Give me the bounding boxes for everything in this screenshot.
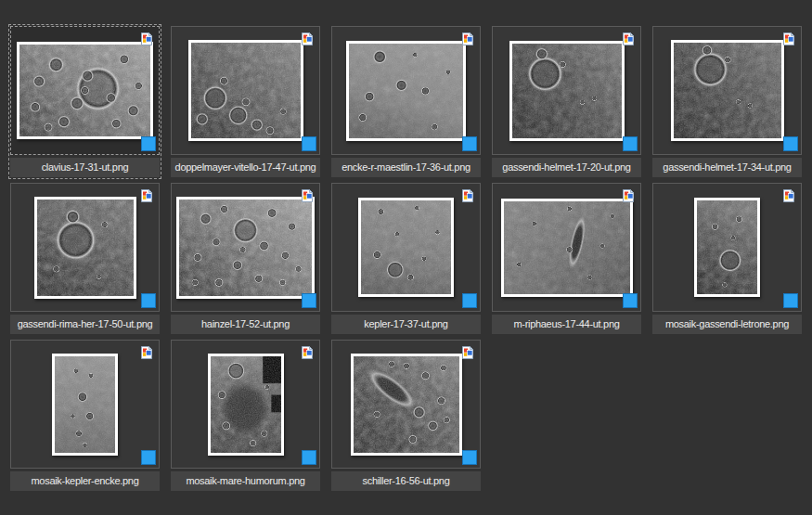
- blue-square-tag-icon: [141, 136, 156, 151]
- image-file-type-icon: [139, 188, 154, 203]
- blue-square-tag-icon: [302, 293, 316, 308]
- thumbnail-cell[interactable]: [10, 183, 160, 312]
- thumbnail-image[interactable]: [501, 199, 633, 297]
- file-tile[interactable]: mosaik-gassendi-letrone.png: [652, 183, 802, 334]
- image-file-type-icon: [621, 188, 636, 203]
- filename-label: hainzel-17-52-ut.png: [171, 315, 320, 334]
- filename-label: gassendi-helmet-17-34-ut.png: [652, 158, 802, 177]
- file-tile[interactable]: m-riphaeus-17-44-ut.png: [492, 183, 641, 334]
- blue-square-tag-icon: [783, 136, 798, 151]
- filename-label: gassendi-rima-her-17-50-ut.png: [10, 315, 160, 334]
- blue-square-tag-icon: [302, 136, 316, 151]
- blue-square-tag-icon: [623, 293, 638, 308]
- blue-square-tag-icon: [623, 136, 638, 151]
- thumbnail-cell[interactable]: [171, 340, 320, 469]
- file-grid: clavius-17-31-ut.png doppelmayer-vitello…: [0, 0, 812, 515]
- filename-label: encke-r-maestlin-17-36-ut.png: [331, 158, 481, 177]
- blue-square-tag-icon: [141, 293, 156, 308]
- thumbnail-image[interactable]: [52, 354, 118, 456]
- thumbnail-cell[interactable]: [652, 26, 802, 155]
- thumbnail-image[interactable]: [694, 198, 760, 297]
- thumbnail-cell[interactable]: [492, 183, 641, 312]
- filename-label: kepler-17-37-ut.png: [331, 315, 481, 334]
- image-file-type-icon: [460, 32, 475, 46]
- blue-square-tag-icon: [462, 293, 477, 308]
- blue-square-tag-icon: [462, 136, 477, 151]
- image-file-type-icon: [300, 345, 315, 360]
- file-tile[interactable]: kepler-17-37-ut.png: [331, 183, 481, 334]
- file-tile[interactable]: clavius-17-31-ut.png: [10, 26, 160, 177]
- image-file-type-icon: [300, 32, 315, 46]
- thumbnail-image[interactable]: [346, 41, 466, 141]
- thumbnail-image[interactable]: [509, 41, 625, 141]
- file-tile[interactable]: gassendi-helmet-17-34-ut.png: [652, 26, 802, 177]
- filename-label: schiller-16-56-ut.png: [331, 471, 481, 491]
- file-tile[interactable]: schiller-16-56-ut.png: [331, 340, 481, 491]
- thumbnail-image[interactable]: [17, 42, 153, 139]
- filename-label: doppelmayer-vitello-17-47-ut.png: [171, 158, 320, 177]
- filename-label: mosaik-gassendi-letrone.png: [652, 315, 802, 334]
- image-file-type-icon: [460, 188, 475, 203]
- image-file-type-icon: [781, 188, 796, 203]
- file-tile[interactable]: gassendi-rima-her-17-50-ut.png: [10, 183, 160, 334]
- image-file-type-icon: [460, 345, 475, 360]
- filename-label: gassendi-helmet-17-20-ut.png: [492, 158, 641, 177]
- filename-label: mosaik-kepler-encke.png: [10, 471, 160, 491]
- thumbnail-cell[interactable]: [171, 26, 320, 155]
- blue-square-tag-icon: [783, 293, 798, 308]
- thumbnail-cell[interactable]: [331, 183, 481, 312]
- thumbnail-cell[interactable]: [171, 183, 320, 312]
- thumbnail-cell[interactable]: [652, 183, 802, 312]
- image-file-type-icon: [139, 32, 154, 46]
- thumbnail-image[interactable]: [208, 354, 284, 456]
- thumbnail-cell[interactable]: [331, 340, 481, 469]
- thumbnail-cell[interactable]: [492, 26, 641, 155]
- blue-square-tag-icon: [141, 450, 156, 465]
- thumbnail-image[interactable]: [34, 197, 136, 299]
- filename-label: clavius-17-31-ut.png: [10, 158, 160, 177]
- thumbnail-image[interactable]: [188, 40, 303, 141]
- image-file-type-icon: [781, 32, 796, 46]
- thumbnail-image[interactable]: [351, 354, 462, 456]
- thumbnail-image[interactable]: [358, 198, 454, 297]
- file-tile[interactable]: encke-r-maestlin-17-36-ut.png: [331, 26, 481, 177]
- file-tile[interactable]: doppelmayer-vitello-17-47-ut.png: [171, 26, 320, 177]
- image-file-type-icon: [139, 345, 154, 360]
- image-file-type-icon: [621, 32, 636, 46]
- filename-label: mosaik-mare-humorum.png: [171, 471, 320, 491]
- file-tile[interactable]: mosaik-kepler-encke.png: [10, 340, 160, 491]
- thumbnail-cell[interactable]: [10, 340, 160, 469]
- file-tile[interactable]: mosaik-mare-humorum.png: [171, 340, 320, 491]
- filename-label: m-riphaeus-17-44-ut.png: [492, 315, 641, 334]
- thumbnail-image[interactable]: [176, 197, 315, 299]
- blue-square-tag-icon: [462, 450, 477, 465]
- thumbnail-cell[interactable]: [10, 26, 160, 155]
- image-file-type-icon: [300, 188, 315, 203]
- blue-square-tag-icon: [302, 450, 316, 465]
- thumbnail-image[interactable]: [671, 40, 784, 141]
- file-tile[interactable]: hainzel-17-52-ut.png: [171, 183, 320, 334]
- file-tile[interactable]: gassendi-helmet-17-20-ut.png: [492, 26, 641, 177]
- thumbnail-cell[interactable]: [331, 26, 481, 155]
